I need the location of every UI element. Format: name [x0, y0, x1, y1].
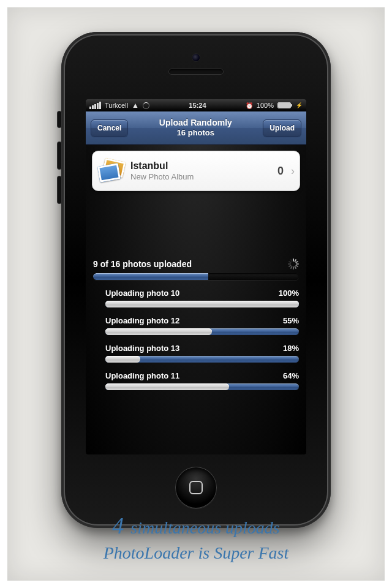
upload-progress-bar — [105, 356, 299, 363]
album-count: 0 — [277, 165, 284, 178]
progress-block: 9 of 16 photos uploaded Uploading photo … — [92, 258, 300, 390]
carrier-label: Turkcell — [105, 102, 128, 109]
phone-frame: Turkcell ▲ 15:24 ⏰ 100% ⚡ Cancel Upload … — [61, 32, 331, 528]
album-name: Istanbul — [130, 160, 271, 172]
network-activity-icon — [143, 102, 149, 109]
content-area: Istanbul New Photo Album 0 › 9 of 16 pho… — [86, 145, 306, 454]
battery-pct-label: 100% — [257, 102, 274, 109]
upload-row: Uploading photo 10100% — [93, 288, 299, 307]
cancel-button[interactable]: Cancel — [91, 119, 128, 137]
upload-pct: 100% — [279, 288, 299, 298]
upload-label: Uploading photo 13 — [105, 344, 179, 353]
photo-album-icon — [97, 157, 124, 184]
wifi-icon: ▲ — [132, 101, 139, 110]
upload-progress-bar — [105, 301, 299, 307]
overall-progress-fill — [93, 273, 208, 280]
signal-icon — [89, 102, 101, 109]
alarm-icon: ⏰ — [246, 102, 253, 109]
upload-row: Uploading photo 1164% — [93, 371, 299, 390]
upload-progress-fill — [105, 383, 229, 390]
volume-down-button[interactable] — [58, 176, 61, 203]
nav-title-line2: 16 photos — [159, 128, 232, 138]
nav-title-line1: Upload Randomly — [159, 118, 232, 127]
upload-pct: 18% — [283, 344, 299, 353]
upload-pct: 55% — [283, 316, 299, 325]
upload-progress-fill — [105, 356, 140, 363]
upload-pct: 64% — [283, 371, 299, 380]
upload-label: Uploading photo 10 — [105, 288, 179, 298]
upload-progress-bar — [105, 383, 299, 390]
overall-progress-bar — [93, 273, 299, 280]
mute-switch[interactable] — [58, 111, 61, 127]
caption-line2: PhotoLoader is Super Fast — [104, 543, 289, 562]
album-card[interactable]: Istanbul New Photo Album 0 › — [92, 151, 300, 191]
screen: Turkcell ▲ 15:24 ⏰ 100% ⚡ Cancel Upload … — [86, 99, 306, 454]
caption-big-number: 4 — [112, 513, 124, 538]
upload-row: Uploading photo 1255% — [93, 316, 299, 335]
marketing-caption: 4 simultaneous uploads PhotoLoader is Su… — [7, 510, 385, 565]
upload-row: Uploading photo 1318% — [93, 344, 299, 363]
battery-icon — [277, 102, 291, 108]
album-subtitle: New Photo Album — [130, 172, 271, 181]
upload-label: Uploading photo 11 — [105, 371, 179, 380]
upload-label: Uploading photo 12 — [105, 316, 179, 325]
nav-bar: Cancel Upload Randomly 16 photos Upload — [86, 111, 306, 145]
charging-icon: ⚡ — [296, 102, 303, 108]
clock-label: 15:24 — [189, 102, 206, 109]
volume-up-button[interactable] — [58, 142, 61, 169]
home-button[interactable] — [175, 467, 217, 508]
status-bar: Turkcell ▲ 15:24 ⏰ 100% ⚡ — [86, 99, 306, 111]
caption-line1: simultaneous uploads — [126, 518, 279, 537]
upload-progress-bar — [105, 328, 299, 335]
upload-progress-fill — [105, 301, 299, 307]
upload-button[interactable]: Upload — [263, 119, 301, 137]
overall-progress-label: 9 of 16 photos uploaded — [93, 259, 192, 269]
nav-title: Upload Randomly 16 photos — [159, 118, 232, 137]
chevron-right-icon: › — [291, 165, 295, 178]
spinner-icon — [288, 258, 299, 270]
upload-progress-fill — [105, 328, 212, 335]
